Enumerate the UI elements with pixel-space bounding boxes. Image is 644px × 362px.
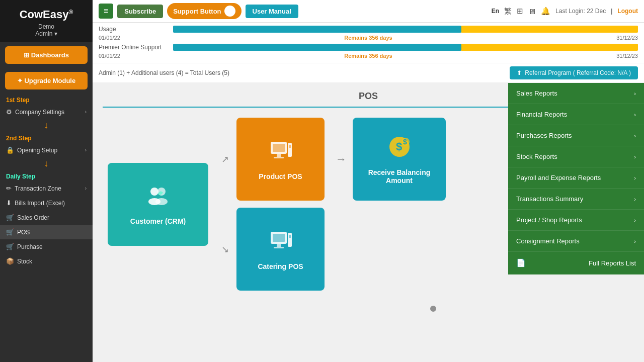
crm-icon [145,184,171,213]
logout-button[interactable]: Logout [617,8,638,15]
chevron-right-icon: › [85,109,87,115]
product-pos-icon [268,138,294,168]
pos-icon: 🛒 [6,228,14,236]
pos-label: POS [17,229,30,236]
svg-rect-7 [274,157,284,158]
user-count-info: Admin (1) + Additional users (4) = Total… [99,69,229,76]
stock-label: Stock [17,258,32,265]
mouse-cursor [430,306,436,312]
sidebar-logo: CowEasy® Demo Admin ▾ [0,0,93,42]
chevron-icon-1: › [634,112,636,118]
payroll-expense-item[interactable]: Payroll and Expense Reports › [508,167,644,189]
transaction-zone-label: Transaction Zone [15,185,61,192]
arrow-right: → [334,153,349,166]
info-bar: Admin (1) + Additional users (4) = Total… [93,63,644,83]
sidebar-item-purchase[interactable]: 🛒 Purchase [0,239,93,254]
product-card-inner[interactable]: Product POS [236,118,325,201]
support-label-text: Premier Online Support [99,44,169,51]
sales-reports-item[interactable]: Sales Reports › [508,83,644,104]
consignment-reports-label: Consignment Reports [516,237,580,245]
sidebar-item-opening-setup[interactable]: 🔒 Opening Setup › [0,143,93,157]
pencil-icon: ✏ [6,185,12,192]
sidebar-item-pos[interactable]: 🛒 POS [0,225,93,239]
usage-label: Usage [99,26,169,33]
purchase-label: Purchase [17,243,43,250]
receive-card-inner[interactable]: $ $ Receive Balancing Amount [353,118,446,201]
import-icon: ⬇ [6,199,12,207]
monitor-icon[interactable]: 🖥 [528,7,536,16]
project-shop-item[interactable]: Project / Shop Reports › [508,210,644,231]
catering-card-inner[interactable]: Catering POS [236,208,325,291]
svg-point-3 [155,198,168,205]
product-pos-card[interactable]: Product POS [236,118,330,201]
sidebar-item-transaction-zone[interactable]: ✏ Transaction Zone › [0,181,93,196]
manual-button[interactable]: User Manual [246,5,298,18]
referral-label: Referral Program ( Referral Code: N/A ) [525,69,631,76]
dashboards-button[interactable]: ⊞ Dashboards [5,46,88,64]
project-shop-label: Project / Shop Reports [516,216,582,224]
stock-reports-item[interactable]: Stock Reports › [508,146,644,167]
bell-icon[interactable]: 🔔 [541,7,550,16]
usage-bar-teal-1 [173,26,461,33]
gear-icon: ⚙ [6,108,12,116]
transactions-summary-item[interactable]: Transactions Summary › [508,189,644,210]
usage-bar-bg-2 [173,44,638,51]
svg-rect-19 [289,235,291,238]
last-login: Last Login: 22 Dec [555,8,606,15]
consignment-reports-item[interactable]: Consignment Reports › [508,231,644,252]
grid-icon[interactable]: ⊞ [517,7,523,16]
crm-label: Customer (CRM) [130,217,186,225]
chevron-icon-0: › [634,90,636,97]
svg-rect-5 [273,144,285,152]
receive-balancing-card[interactable]: $ $ Receive Balancing Amount [353,118,448,201]
stock-icon: 📦 [6,257,14,265]
crm-card-inner[interactable]: Customer (CRM) [108,163,208,246]
usage-area: Usage 01/01/22 Remains 356 days 31/12/23… [93,23,644,63]
financial-reports-item[interactable]: Financial Reports › [508,104,644,125]
support-button[interactable]: Support Button [167,3,241,19]
svg-text:$: $ [396,140,402,153]
menu-button[interactable]: ≡ [99,4,113,19]
svg-rect-15 [273,234,285,242]
svg-rect-9 [289,145,291,148]
brand-name: CowEasy® [6,8,87,21]
user-name: Admin ▾ [6,30,87,37]
reports-dropdown-menu: Sales Reports › Financial Reports › Purc… [508,83,644,275]
topbar: ≡ Subscribe Support Button User Manual E… [93,0,644,23]
company-settings-label: Company Settings [15,109,64,116]
chevron-right-icon-3: › [85,186,87,191]
payroll-expense-label: Payroll and Expense Reports [516,174,601,182]
usage-remains-2: Remains 356 days [344,53,392,59]
chevron-icon-6: › [634,217,636,223]
subscribe-button[interactable]: Subscribe [117,5,163,18]
sidebar-item-company-settings[interactable]: ⚙ Company Settings › [0,105,93,119]
document-icon: 📄 [516,258,526,267]
referral-button[interactable]: ⬆ Referral Program ( Referral Code: N/A … [510,66,638,79]
usage-bar-2 [173,44,638,51]
sidebar-item-stock[interactable]: 📦 Stock [0,254,93,268]
usage-row-2: Premier Online Support [99,44,638,51]
daily-step-label: Daily Step [0,170,93,181]
sidebar-item-sales-order[interactable]: 🛒 Sales Order [0,210,93,225]
content-area: POS [93,83,644,362]
step-arrow-down-2: ↓ [0,157,93,170]
usage-row-1: Usage [99,26,638,33]
customer-crm-card[interactable]: Customer (CRM) [108,163,213,246]
catering-pos-label: Catering POS [258,262,303,270]
purchases-reports-label: Purchases Reports [516,132,572,139]
receive-icon: $ $ [386,134,413,164]
sidebar-item-bills-import[interactable]: ⬇ Bills Import (Excel) [0,196,93,210]
receive-balancing-label: Receive Balancing Amount [361,168,438,185]
opening-setup-label: Opening Setup [17,147,57,154]
chinese-icon[interactable]: 繁 [504,7,512,16]
purchases-reports-item[interactable]: Purchases Reports › [508,125,644,146]
language-selector[interactable]: En [492,8,499,15]
step2-label: 2nd Step [0,132,93,143]
usage-bar-1 [173,26,638,33]
chevron-icon-3: › [634,154,636,160]
usage-end-1: 31/12/23 [616,35,638,41]
purchase-icon: 🛒 [6,243,14,250]
catering-pos-card[interactable]: Catering POS [236,205,330,291]
full-reports-item[interactable]: 📄 Full Reports List [508,252,644,275]
upgrade-module-button[interactable]: ✦ Upgrade Module [5,72,88,89]
